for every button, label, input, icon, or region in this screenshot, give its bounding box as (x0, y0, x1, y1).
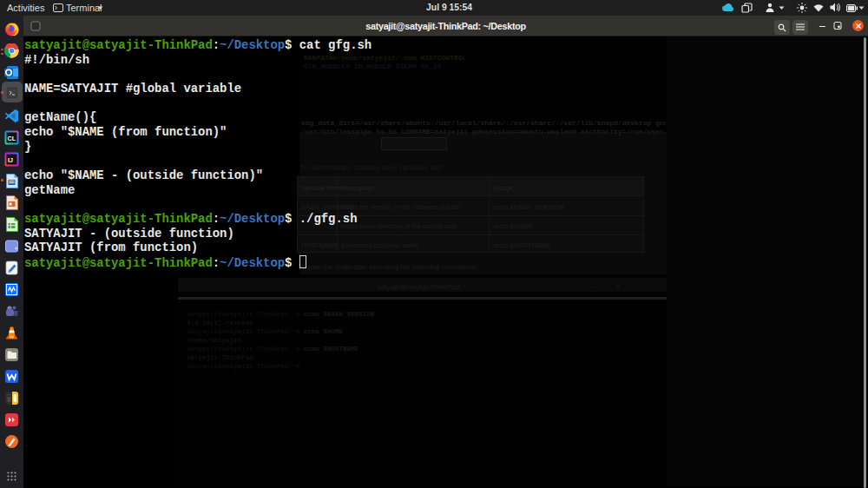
svg-text:IJ: IJ (8, 156, 13, 162)
svg-text:CL: CL (8, 135, 16, 141)
